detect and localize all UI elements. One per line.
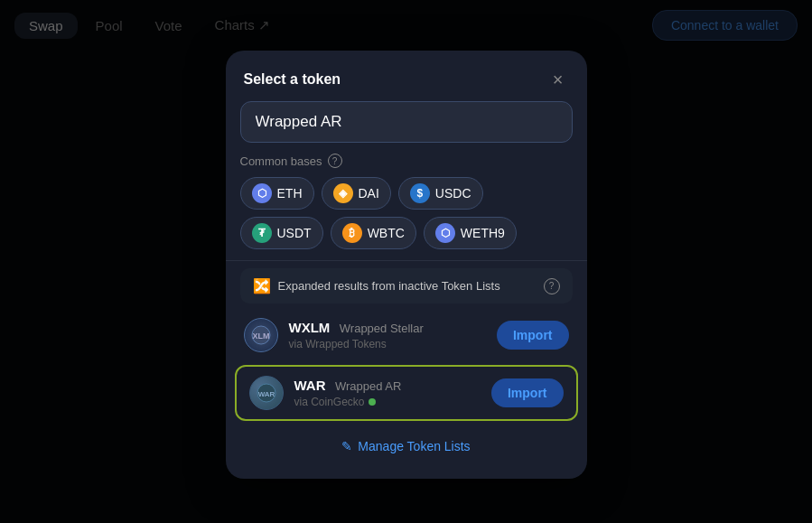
chip-eth[interactable]: ⬡ ETH [240,177,314,210]
token-item-wxlm-left: XLM WXLM Wrapped Stellar via Wrapped Tok… [244,318,424,352]
token-item-war[interactable]: WAR WAR Wrapped AR via CoinGecko Import [235,365,578,421]
token-item-wxlm[interactable]: XLM WXLM Wrapped Stellar via Wrapped Tok… [226,309,587,361]
svg-text:WAR: WAR [257,390,275,398]
war-name: Wrapped AR [335,379,401,393]
wxlm-name: Wrapped Stellar [340,322,424,335]
import-wxlm-button[interactable]: Import [497,321,569,350]
usdc-icon: $ [410,183,430,203]
expanded-results-banner: 🔀 Expanded results from inactive Token L… [240,268,573,304]
select-token-modal: Select a token × Common bases ? ⬡ ETH ◈ … [226,51,587,479]
chip-dai[interactable]: ◈ DAI [322,177,391,210]
eth-icon: ⬡ [252,183,272,203]
war-symbol: WAR [294,378,326,393]
import-war-button[interactable]: Import [491,378,564,407]
token-chips-container: ⬡ ETH ◈ DAI $ USDC ₮ USDT ₿ WBTC ⬡ WETH9 [240,177,573,249]
war-logo: WAR [249,376,284,410]
wxlm-symbol: WXLM [289,320,331,335]
wxlm-source: via Wrapped Tokens [289,338,424,350]
chip-weth9[interactable]: ⬡ WETH9 [424,217,517,249]
weth-icon: ⬡ [435,223,455,243]
expanded-banner-help-icon[interactable]: ? [544,278,560,294]
modal-title: Select a token [244,71,341,88]
svg-text:XLM: XLM [252,332,269,341]
modal-header: Select a token × [226,51,587,101]
usdt-icon: ₮ [252,223,272,243]
wbtc-icon: ₿ [342,223,362,243]
coingecko-verified-dot [369,398,376,406]
token-item-war-left: WAR WAR Wrapped AR via CoinGecko [249,376,402,410]
manage-icon: ✎ [341,439,352,453]
chip-usdt[interactable]: ₮ USDT [240,217,323,249]
banner-icon: 🔀 [253,277,271,294]
war-source: via CoinGecko [294,396,402,408]
common-bases-help-icon[interactable]: ? [328,154,342,168]
token-search-input[interactable] [240,101,573,143]
token-list: XLM WXLM Wrapped Stellar via Wrapped Tok… [226,305,587,428]
chip-wbtc[interactable]: ₿ WBTC [331,217,416,249]
war-info: WAR Wrapped AR via CoinGecko [294,378,402,408]
search-container [226,101,587,154]
common-bases-section: Common bases ? ⬡ ETH ◈ DAI $ USDC ₮ USDT… [226,154,587,260]
chip-usdc[interactable]: $ USDC [398,177,483,210]
close-button[interactable]: × [547,69,569,90]
common-bases-label: Common bases ? [240,154,573,168]
manage-token-lists-link[interactable]: ✎ Manage Token Lists [226,428,587,464]
wxlm-info: WXLM Wrapped Stellar via Wrapped Tokens [289,320,424,350]
banner-content: 🔀 Expanded results from inactive Token L… [253,277,500,294]
dai-icon: ◈ [333,183,353,203]
wxlm-logo: XLM [244,318,278,352]
